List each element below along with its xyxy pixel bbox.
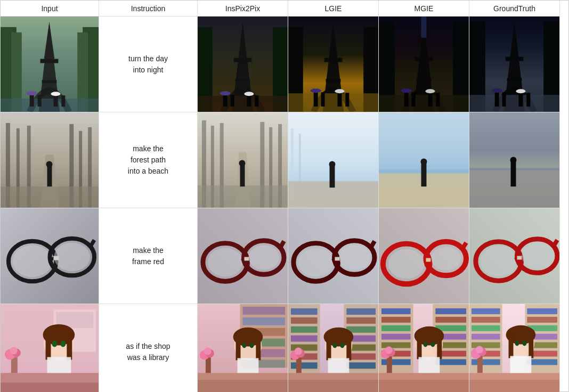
row3-instruction-text: make the frame red <box>132 245 164 267</box>
svg-rect-189 <box>291 317 318 324</box>
svg-rect-95 <box>330 165 335 187</box>
svg-point-126 <box>298 248 334 277</box>
svg-rect-61 <box>507 78 522 81</box>
svg-rect-173 <box>198 373 288 381</box>
svg-rect-215 <box>328 358 349 373</box>
row2-instruction: make the forest path into a beach <box>99 112 198 208</box>
row3-lgie-image <box>288 208 379 304</box>
svg-rect-272 <box>529 333 533 358</box>
svg-point-243 <box>424 342 428 347</box>
svg-rect-50 <box>404 91 409 107</box>
svg-rect-152 <box>1 373 99 383</box>
svg-rect-275 <box>510 356 532 373</box>
header-instruction: Instruction <box>99 1 198 17</box>
svg-rect-181 <box>236 335 241 361</box>
row4-lgie-image <box>288 304 379 392</box>
svg-point-41 <box>335 89 344 93</box>
svg-rect-212 <box>346 335 351 361</box>
svg-rect-265 <box>477 356 483 373</box>
svg-rect-234 <box>379 380 469 392</box>
svg-rect-190 <box>291 326 318 333</box>
row2-inspix2pix-image <box>198 112 288 208</box>
svg-rect-222 <box>381 342 411 348</box>
svg-rect-139 <box>426 258 430 262</box>
svg-rect-38 <box>337 91 342 107</box>
svg-rect-264 <box>469 380 559 392</box>
svg-rect-233 <box>379 373 469 381</box>
svg-rect-168 <box>243 317 286 325</box>
header-inspix2pix-label: InsPix2Pix <box>225 4 260 13</box>
svg-point-183 <box>242 343 247 348</box>
header-lgie: LGIE <box>288 1 379 17</box>
row1-inspix2pix-image <box>198 17 288 112</box>
row3-mgie-image <box>379 208 469 304</box>
svg-rect-188 <box>291 308 318 315</box>
header-instruction-label: Instruction <box>131 4 166 13</box>
svg-point-112 <box>54 243 90 272</box>
header-groundtruth-label: GroundTruth <box>493 4 535 13</box>
svg-rect-66 <box>526 93 530 107</box>
svg-rect-219 <box>381 317 411 323</box>
svg-point-157 <box>10 347 18 355</box>
svg-rect-78 <box>47 165 52 186</box>
svg-rect-252 <box>472 342 500 348</box>
row2-lgie-image <box>288 112 379 208</box>
svg-point-96 <box>329 161 336 167</box>
svg-rect-33 <box>324 58 343 62</box>
svg-rect-53 <box>436 93 440 107</box>
svg-rect-262 <box>527 359 557 365</box>
header-input: Input <box>1 1 99 17</box>
svg-rect-123 <box>244 257 249 260</box>
svg-rect-88 <box>198 185 288 208</box>
svg-rect-224 <box>381 359 411 365</box>
svg-rect-49 <box>421 17 427 38</box>
svg-rect-24 <box>231 95 234 107</box>
svg-rect-182 <box>256 335 261 361</box>
svg-rect-164 <box>47 357 71 373</box>
svg-rect-191 <box>291 336 318 342</box>
svg-rect-39 <box>345 93 349 107</box>
row1-lgie-image <box>288 17 379 112</box>
row1-groundtruth-image <box>469 17 560 112</box>
svg-point-178 <box>204 348 212 355</box>
svg-rect-245 <box>419 357 440 373</box>
comparison-grid: Input Instruction InsPix2Pix LGIE MGIE G… <box>0 0 569 392</box>
svg-rect-174 <box>198 380 288 392</box>
svg-point-67 <box>492 88 502 93</box>
svg-point-244 <box>430 342 435 347</box>
svg-point-214 <box>340 343 344 348</box>
svg-rect-185 <box>238 358 259 373</box>
header-input-label: Input <box>41 4 58 13</box>
svg-point-184 <box>249 343 254 348</box>
svg-rect-242 <box>437 334 442 360</box>
svg-rect-147 <box>517 256 522 260</box>
svg-rect-192 <box>291 345 318 351</box>
svg-rect-65 <box>518 91 523 107</box>
row1-input-image <box>1 17 99 112</box>
svg-rect-232 <box>435 359 466 365</box>
svg-rect-9 <box>1 99 99 112</box>
svg-rect-248 <box>472 308 500 314</box>
svg-point-162 <box>52 341 57 347</box>
svg-rect-22 <box>198 96 288 112</box>
svg-rect-20 <box>234 58 252 62</box>
svg-rect-251 <box>472 334 500 340</box>
svg-rect-211 <box>327 335 331 361</box>
svg-rect-63 <box>495 91 499 107</box>
svg-rect-37 <box>321 92 325 107</box>
svg-rect-205 <box>296 357 302 373</box>
row4-input-image <box>1 304 99 392</box>
svg-rect-218 <box>381 308 411 314</box>
svg-rect-26 <box>255 95 258 107</box>
svg-point-40 <box>311 88 321 93</box>
svg-rect-89 <box>240 164 245 186</box>
svg-point-213 <box>333 343 337 348</box>
svg-point-142 <box>481 247 517 276</box>
svg-point-27 <box>220 91 231 95</box>
svg-point-118 <box>208 248 243 277</box>
svg-rect-241 <box>417 334 422 360</box>
svg-point-107 <box>510 157 517 164</box>
svg-rect-64 <box>502 92 506 107</box>
svg-rect-62 <box>469 95 559 112</box>
row2-groundtruth-image <box>469 112 560 208</box>
